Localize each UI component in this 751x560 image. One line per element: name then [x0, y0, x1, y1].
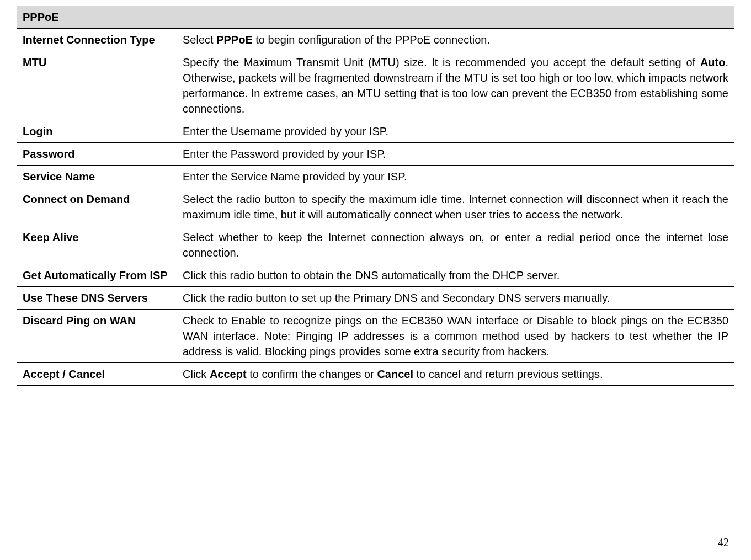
row-label: Keep Alive — [17, 226, 177, 264]
desc-text: Select — [183, 34, 216, 46]
desc-text: Specify the Maximum Transmit Unit (MTU) … — [183, 56, 700, 68]
table-row: Keep Alive Select whether to keep the In… — [17, 226, 734, 264]
desc-text: Click — [183, 368, 210, 380]
desc-bold: Accept — [210, 368, 247, 380]
table-row: Internet Connection Type Select PPPoE to… — [17, 29, 734, 51]
table-row: Connect on Demand Select the radio butto… — [17, 188, 734, 226]
row-label: MTU — [17, 51, 177, 120]
table-row: Password Enter the Password provided by … — [17, 143, 734, 166]
row-label: Use These DNS Servers — [17, 287, 177, 310]
table-row: Use These DNS Servers Click the radio bu… — [17, 287, 734, 310]
page-number: 42 — [718, 536, 729, 549]
row-desc: Enter the Password provided by your ISP. — [177, 143, 734, 166]
row-label: Login — [17, 120, 177, 143]
table-header-row: PPPoE — [17, 6, 734, 29]
row-label: Discard Ping on WAN — [17, 310, 177, 363]
table-header-cell: PPPoE — [17, 6, 734, 29]
row-desc: Click Accept to confirm the changes or C… — [177, 363, 734, 386]
row-label: Service Name — [17, 166, 177, 188]
table-row: Discard Ping on WAN Check to Enable to r… — [17, 310, 734, 363]
row-label: Password — [17, 143, 177, 166]
row-desc: Enter the Username provided by your ISP. — [177, 120, 734, 143]
table-row: Get Automatically From ISP Click this ra… — [17, 264, 734, 287]
row-desc: Select the radio button to specify the m… — [177, 188, 734, 226]
row-desc: Select whether to keep the Internet conn… — [177, 226, 734, 264]
row-label: Internet Connection Type — [17, 29, 177, 51]
desc-bold: Auto — [700, 56, 726, 68]
row-desc: Click this radio button to obtain the DN… — [177, 264, 734, 287]
row-desc: Enter the Service Name provided by your … — [177, 166, 734, 188]
desc-text: to cancel and return previous settings. — [413, 368, 603, 380]
table-row: Service Name Enter the Service Name prov… — [17, 166, 734, 188]
table-row: Login Enter the Username provided by you… — [17, 120, 734, 143]
pppoe-settings-table: PPPoE Internet Connection Type Select PP… — [17, 6, 734, 386]
row-desc: Select PPPoE to begin configuration of t… — [177, 29, 734, 51]
row-desc: Specify the Maximum Transmit Unit (MTU) … — [177, 51, 734, 120]
row-label: Connect on Demand — [17, 188, 177, 226]
row-desc: Click the radio button to set up the Pri… — [177, 287, 734, 310]
desc-text: to confirm the changes or — [247, 368, 377, 380]
desc-text: to begin configuration of the PPPoE conn… — [253, 34, 490, 46]
desc-bold: PPPoE — [216, 34, 253, 46]
row-desc: Check to Enable to recognize pings on th… — [177, 310, 734, 363]
row-label: Get Automatically From ISP — [17, 264, 177, 287]
table-row: Accept / Cancel Click Accept to confirm … — [17, 363, 734, 386]
desc-bold: Cancel — [377, 368, 413, 380]
row-label: Accept / Cancel — [17, 363, 177, 386]
table-row: MTU Specify the Maximum Transmit Unit (M… — [17, 51, 734, 120]
